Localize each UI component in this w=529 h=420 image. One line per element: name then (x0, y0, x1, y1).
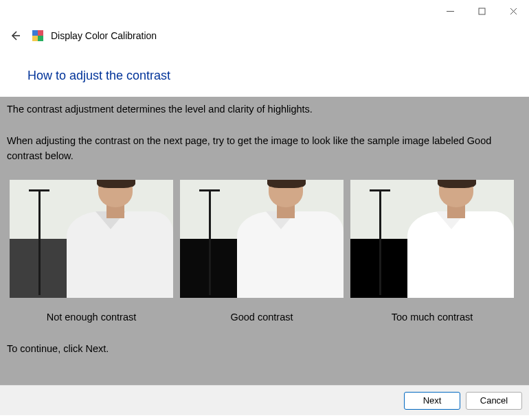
close-button[interactable] (497, 0, 529, 22)
sample-image-too-much (350, 180, 514, 298)
minimize-button[interactable] (434, 0, 466, 22)
footer: Next Cancel (0, 385, 529, 415)
sample-row: Not enough contrast Good contrast (10, 180, 522, 323)
window-titlebar (0, 0, 529, 22)
minimize-icon (447, 8, 454, 15)
instruction-text: When adjusting the contrast on the next … (7, 134, 522, 164)
sample-caption: Not enough contrast (47, 312, 137, 323)
sample-image-good (180, 180, 344, 298)
sample-caption: Too much contrast (392, 312, 473, 323)
svg-rect-5 (32, 30, 38, 36)
close-icon (510, 8, 517, 15)
back-button[interactable] (5, 26, 25, 45)
svg-rect-6 (38, 30, 43, 36)
sample-too-much: Too much contrast (350, 180, 514, 323)
intro-text: The contrast adjustment determines the l… (7, 102, 522, 117)
svg-rect-7 (32, 36, 38, 41)
content-area: The contrast adjustment determines the l… (0, 97, 529, 385)
color-calibration-icon (32, 30, 43, 41)
maximize-icon (478, 8, 486, 15)
sample-image-not-enough (10, 180, 173, 298)
page-heading: How to adjust the contrast (27, 69, 522, 83)
next-button[interactable]: Next (404, 392, 460, 410)
sample-not-enough: Not enough contrast (10, 180, 173, 323)
maximize-button[interactable] (466, 0, 497, 22)
sample-caption: Good contrast (230, 312, 293, 323)
header: Display Color Calibration (0, 22, 529, 49)
continue-text: To continue, click Next. (7, 343, 522, 354)
app-icon (32, 30, 44, 42)
cancel-button[interactable]: Cancel (466, 392, 522, 410)
app-title: Display Color Calibration (51, 30, 157, 41)
svg-rect-8 (38, 36, 43, 41)
heading-area: How to adjust the contrast (0, 49, 529, 97)
sample-good: Good contrast (180, 180, 344, 323)
window-controls (434, 0, 529, 22)
svg-rect-1 (479, 8, 485, 14)
back-arrow-icon (9, 30, 21, 42)
